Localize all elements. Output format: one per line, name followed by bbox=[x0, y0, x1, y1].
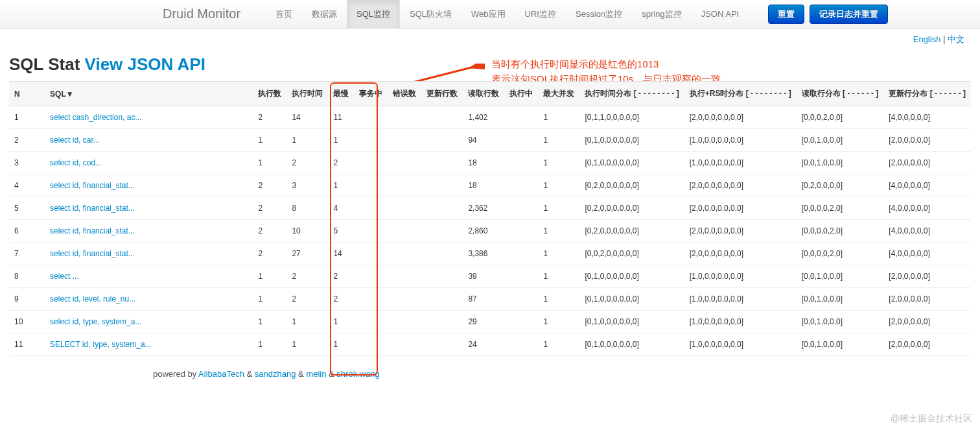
cell-slow: 1 bbox=[328, 174, 354, 197]
cell-exec: 2 bbox=[253, 106, 286, 129]
nav-item-8[interactable]: JSON API bbox=[692, 1, 749, 27]
cell-d1: [0,2,0,0,0,0,0,0] bbox=[579, 174, 684, 197]
nav-item-0[interactable]: 首页 bbox=[266, 0, 302, 29]
cell-exec: 1 bbox=[253, 265, 286, 288]
cell-time: 1 bbox=[286, 129, 328, 152]
col-header-4[interactable]: 最慢 bbox=[328, 82, 354, 106]
cell-d4: [4,0,0,0,0,0] bbox=[883, 243, 971, 265]
footer-link-alibabatech[interactable]: AlibabaTech bbox=[198, 369, 244, 379]
nav-item-1[interactable]: 数据源 bbox=[302, 0, 347, 29]
cell-d4: [2,0,0,0,0,0] bbox=[883, 129, 971, 152]
cell-d3: [0,0,1,0,0,0] bbox=[797, 288, 884, 311]
table-row: 3select id, cod...122181[0,1,0,0,0,0,0,0… bbox=[9, 152, 971, 174]
sql-link[interactable]: select id, financial_stat... bbox=[50, 226, 135, 235]
reset-button[interactable]: 重置 bbox=[768, 5, 804, 24]
cell-maxc: 1 bbox=[538, 243, 579, 265]
cell-read: 2,860 bbox=[463, 220, 504, 243]
nav-item-6[interactable]: Session监控 bbox=[566, 0, 632, 29]
cell-time: 3 bbox=[286, 174, 328, 197]
sql-link[interactable]: select id, car... bbox=[50, 136, 100, 145]
cell-n: 1 bbox=[9, 106, 45, 129]
nav-item-7[interactable]: spring监控 bbox=[632, 0, 691, 29]
cell-d3: [0,0,1,0,0,0] bbox=[797, 129, 884, 152]
cell-d3: [0,0,0,2,0,0] bbox=[797, 106, 884, 129]
lang-chinese[interactable]: 中文 bbox=[948, 34, 964, 44]
sql-link[interactable]: select id, type, system_a... bbox=[50, 317, 141, 326]
sql-link[interactable]: select id, financial_stat... bbox=[50, 181, 135, 190]
view-json-api-link[interactable]: View JSON API bbox=[85, 54, 205, 74]
col-header-13[interactable]: 读取行分布 [ - - - - - - ] bbox=[797, 82, 884, 106]
sql-link[interactable]: select id, level, rule_nu... bbox=[50, 294, 135, 304]
col-header-1[interactable]: SQL▼ bbox=[45, 82, 253, 106]
cell-read: 2,362 bbox=[463, 197, 504, 220]
cell-slow: 4 bbox=[328, 197, 354, 220]
cell-tx bbox=[354, 220, 388, 243]
col-header-2[interactable]: 执行数 bbox=[253, 82, 286, 106]
col-header-5[interactable]: 事务中 bbox=[354, 82, 388, 106]
col-header-0[interactable]: N bbox=[9, 82, 45, 106]
cell-time: 27 bbox=[286, 243, 328, 265]
cell-sql: select id, financial_stat... bbox=[45, 197, 253, 220]
sql-link[interactable]: select cash_direction, ac... bbox=[50, 113, 141, 122]
cell-n: 3 bbox=[9, 152, 45, 174]
cell-sql: select id, type, system_a... bbox=[45, 311, 253, 333]
cell-d1: [0,1,0,0,0,0,0,0] bbox=[579, 311, 684, 333]
col-header-8[interactable]: 读取行数 bbox=[463, 82, 504, 106]
cell-exec: 1 bbox=[253, 333, 286, 356]
sql-link[interactable]: select id, financial_stat... bbox=[50, 249, 135, 258]
col-header-10[interactable]: 最大并发 bbox=[538, 82, 579, 106]
cell-ing bbox=[504, 220, 538, 243]
col-header-12[interactable]: 执行+RS时分布 [ - - - - - - - - ] bbox=[684, 82, 797, 106]
cell-ing bbox=[504, 174, 538, 197]
table-row: 6select id, financial_stat...21052,8601[… bbox=[9, 220, 971, 243]
col-header-3[interactable]: 执行时间 bbox=[286, 82, 328, 106]
footer-link-shrek.wang[interactable]: shrek.wang bbox=[336, 369, 379, 379]
sql-link[interactable]: SELECT id, type, system_a... bbox=[50, 340, 152, 349]
cell-slow: 2 bbox=[328, 265, 354, 288]
cell-slow: 1 bbox=[328, 129, 354, 152]
cell-sql: select id, financial_stat... bbox=[45, 174, 253, 197]
cell-d1: [0,2,0,0,0,0,0,0] bbox=[579, 197, 684, 220]
cell-exec: 1 bbox=[253, 311, 286, 333]
cell-d4: [4,0,0,0,0,0] bbox=[883, 220, 971, 243]
cell-ing bbox=[504, 311, 538, 333]
cell-d2: [2,0,0,0,0,0,0,0] bbox=[684, 106, 797, 129]
cell-maxc: 1 bbox=[538, 152, 579, 174]
footer-link-melin[interactable]: melin bbox=[306, 369, 326, 379]
cell-d2: [1,0,0,0,0,0,0,0] bbox=[684, 288, 797, 311]
cell-maxc: 1 bbox=[538, 311, 579, 333]
col-header-6[interactable]: 错误数 bbox=[388, 82, 421, 106]
log-reset-button[interactable]: 记录日志并重置 bbox=[810, 5, 888, 24]
cell-d1: [0,1,0,0,0,0,0,0] bbox=[579, 129, 684, 152]
sql-link[interactable]: select id, cod... bbox=[50, 158, 102, 167]
cell-err bbox=[388, 311, 421, 333]
lang-english[interactable]: English bbox=[913, 34, 941, 44]
col-header-11[interactable]: 执行时间分布 [ - - - - - - - - ] bbox=[579, 82, 684, 106]
sql-link[interactable]: select ... bbox=[50, 272, 79, 281]
nav-item-3[interactable]: SQL防火墙 bbox=[400, 0, 461, 29]
brand[interactable]: Druid Monitor bbox=[153, 0, 250, 28]
nav-item-5[interactable]: URI监控 bbox=[515, 0, 566, 29]
cell-err bbox=[388, 220, 421, 243]
cell-maxc: 1 bbox=[538, 106, 579, 129]
cell-exec: 2 bbox=[253, 197, 286, 220]
col-header-14[interactable]: 更新行分布 [ - - - - - - ] bbox=[883, 82, 971, 106]
col-header-9[interactable]: 执行中 bbox=[504, 82, 538, 106]
col-header-7[interactable]: 更新行数 bbox=[421, 82, 463, 106]
cell-d2: [2,0,0,0,0,0,0,0] bbox=[684, 174, 797, 197]
cell-d3: [0,0,1,0,0,0] bbox=[797, 265, 884, 288]
cell-d4: [2,0,0,0,0,0] bbox=[883, 288, 971, 311]
nav-item-2[interactable]: SQL监控 bbox=[347, 0, 400, 29]
cell-upd bbox=[421, 265, 463, 288]
cell-time: 2 bbox=[286, 288, 328, 311]
cell-d2: [2,0,0,0,0,0,0,0] bbox=[684, 220, 797, 243]
footer-link-sandzhang[interactable]: sandzhang bbox=[255, 369, 296, 379]
cell-d2: [1,0,0,0,0,0,0,0] bbox=[684, 333, 797, 356]
cell-read: 87 bbox=[463, 288, 504, 311]
nav-item-4[interactable]: Web应用 bbox=[461, 0, 515, 29]
cell-n: 6 bbox=[9, 220, 45, 243]
footer: powered by AlibabaTech & sandzhang & mel… bbox=[0, 356, 980, 392]
cell-tx bbox=[354, 152, 388, 174]
sql-link[interactable]: select id, financial_stat... bbox=[50, 204, 135, 213]
cell-slow: 5 bbox=[328, 220, 354, 243]
